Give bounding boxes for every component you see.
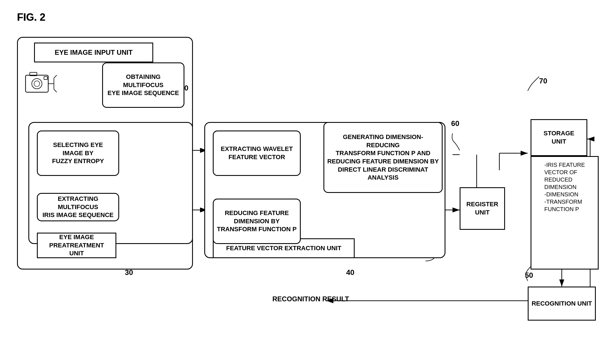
- storage-items-box: -IRIS FEATURE VECTOR OF REDUCED DIMENSIO…: [531, 156, 599, 270]
- label-60: 60: [451, 119, 459, 128]
- label-70: 70: [539, 77, 547, 85]
- svg-point-22: [32, 79, 42, 89]
- svg-line-28: [54, 75, 57, 78]
- label-40: 40: [346, 268, 354, 277]
- camera-icon: [20, 65, 62, 102]
- reducing-feature-p-box: REDUCING FEATURE DIMENSION BY TRANSFORM …: [213, 199, 301, 244]
- svg-rect-21: [26, 75, 48, 92]
- extracting-multifocus-box: EXTRACTING MULTIFOCUS IRIS IMAGE SEQUENC…: [37, 193, 119, 221]
- label-30: 30: [125, 268, 133, 277]
- recognition-result-label: RECOGNITION RESULT: [272, 295, 349, 303]
- obtaining-multifocus-box: OBTAINING MULTIFOCUS EYE IMAGE SEQUENCE: [102, 62, 184, 108]
- fig-label: FIG. 2: [17, 11, 45, 23]
- register-unit-box: REGISTER UNIT: [460, 187, 505, 230]
- camera-svg: [24, 70, 58, 98]
- eye-pretreatment-label: EYE IMAGE PREATREATMENT UNIT: [37, 233, 116, 258]
- eye-image-input-unit-label: EYE IMAGE INPUT UNIT: [34, 43, 153, 62]
- svg-point-23: [34, 81, 40, 87]
- storage-unit-box: STORAGE UNIT: [531, 119, 587, 156]
- recognition-unit-box: RECOGNITION UNIT: [528, 287, 596, 321]
- svg-rect-25: [44, 77, 47, 79]
- selecting-eye-box: SELECTING EYE IMAGE BY FUZZY ENTROPY: [37, 131, 119, 176]
- generating-dimension-box: GENERATING DIMENSION-REDUCING TRANSFORM …: [323, 122, 443, 193]
- svg-line-29: [54, 89, 57, 92]
- label-50: 50: [525, 271, 533, 280]
- diagram-container: FIG. 2: [0, 0, 610, 364]
- extracting-wavelet-box: EXTRACTING WAVELET FEATURE VECTOR: [213, 131, 301, 176]
